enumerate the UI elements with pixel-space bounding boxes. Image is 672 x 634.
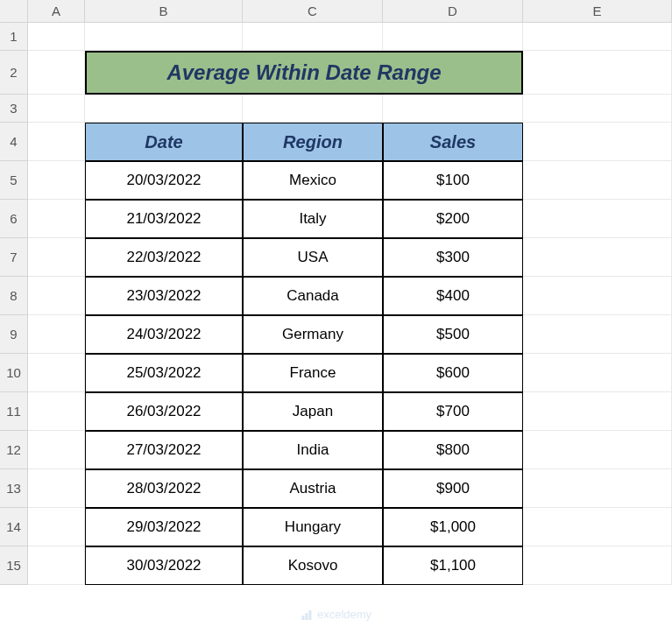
cell-e13[interactable] <box>523 469 672 508</box>
cell-a8[interactable] <box>28 277 85 315</box>
row-header-1[interactable]: 1 <box>0 23 28 51</box>
table-header-region[interactable]: Region <box>243 123 383 161</box>
data-date[interactable]: 20/03/2022 <box>85 161 243 200</box>
data-sales[interactable]: $300 <box>383 238 523 277</box>
cell-a10[interactable] <box>28 354 85 392</box>
row-header-13[interactable]: 13 <box>0 469 28 508</box>
data-sales[interactable]: $1,100 <box>383 546 523 585</box>
data-region[interactable]: Austria <box>243 469 383 508</box>
data-region[interactable]: India <box>243 431 383 469</box>
row-header-12[interactable]: 12 <box>0 431 28 469</box>
cell-b3[interactable] <box>85 95 243 123</box>
cell-e12[interactable] <box>523 431 672 469</box>
data-date[interactable]: 21/03/2022 <box>85 200 243 238</box>
cell-e11[interactable] <box>523 392 672 431</box>
cell-a14[interactable] <box>28 508 85 546</box>
data-region[interactable]: France <box>243 354 383 392</box>
data-date[interactable]: 26/03/2022 <box>85 392 243 431</box>
data-date[interactable]: 27/03/2022 <box>85 431 243 469</box>
cell-d1[interactable] <box>383 23 523 51</box>
data-region[interactable]: Mexico <box>243 161 383 200</box>
cell-a3[interactable] <box>28 95 85 123</box>
cell-e8[interactable] <box>523 277 672 315</box>
cell-a2[interactable] <box>28 51 85 95</box>
cell-e9[interactable] <box>523 315 672 354</box>
data-date[interactable]: 28/03/2022 <box>85 469 243 508</box>
cell-a6[interactable] <box>28 200 85 238</box>
svg-rect-2 <box>308 610 311 620</box>
cell-c3[interactable] <box>243 95 383 123</box>
select-all-corner[interactable] <box>0 0 28 23</box>
row-header-6[interactable]: 6 <box>0 200 28 238</box>
cell-a9[interactable] <box>28 315 85 354</box>
row-header-2[interactable]: 2 <box>0 51 28 95</box>
cell-e1[interactable] <box>523 23 672 51</box>
row-header-7[interactable]: 7 <box>0 238 28 277</box>
cell-a11[interactable] <box>28 392 85 431</box>
cell-e14[interactable] <box>523 508 672 546</box>
row-header-8[interactable]: 8 <box>0 277 28 315</box>
cell-d3[interactable] <box>383 95 523 123</box>
data-sales[interactable]: $600 <box>383 354 523 392</box>
data-sales[interactable]: $700 <box>383 392 523 431</box>
data-date[interactable]: 29/03/2022 <box>85 508 243 546</box>
row-header-11[interactable]: 11 <box>0 392 28 431</box>
cell-e15[interactable] <box>523 546 672 585</box>
svg-rect-1 <box>305 613 308 620</box>
title-cell[interactable]: Average Within Date Range <box>85 51 523 95</box>
col-header-e[interactable]: E <box>523 0 672 23</box>
cell-c1[interactable] <box>243 23 383 51</box>
data-date[interactable]: 22/03/2022 <box>85 238 243 277</box>
data-sales[interactable]: $200 <box>383 200 523 238</box>
data-date[interactable]: 24/03/2022 <box>85 315 243 354</box>
data-date[interactable]: 30/03/2022 <box>85 546 243 585</box>
data-sales[interactable]: $900 <box>383 469 523 508</box>
cell-a15[interactable] <box>28 546 85 585</box>
data-region[interactable]: Hungary <box>243 508 383 546</box>
cell-e3[interactable] <box>523 95 672 123</box>
cell-e4[interactable] <box>523 123 672 161</box>
data-region[interactable]: USA <box>243 238 383 277</box>
cell-e2[interactable] <box>523 51 672 95</box>
col-header-a[interactable]: A <box>28 0 85 23</box>
cell-a4[interactable] <box>28 123 85 161</box>
data-region[interactable]: Japan <box>243 392 383 431</box>
data-region[interactable]: Canada <box>243 277 383 315</box>
table-header-sales[interactable]: Sales <box>383 123 523 161</box>
cell-a5[interactable] <box>28 161 85 200</box>
data-sales[interactable]: $100 <box>383 161 523 200</box>
row-header-14[interactable]: 14 <box>0 508 28 546</box>
cell-e6[interactable] <box>523 200 672 238</box>
col-header-d[interactable]: D <box>383 0 523 23</box>
data-sales[interactable]: $800 <box>383 431 523 469</box>
data-date[interactable]: 25/03/2022 <box>85 354 243 392</box>
watermark: exceldemy <box>301 608 371 621</box>
cell-a1[interactable] <box>28 23 85 51</box>
data-region[interactable]: Germany <box>243 315 383 354</box>
table-header-date[interactable]: Date <box>85 123 243 161</box>
row-header-9[interactable]: 9 <box>0 315 28 354</box>
cell-e7[interactable] <box>523 238 672 277</box>
cell-a12[interactable] <box>28 431 85 469</box>
data-date[interactable]: 23/03/2022 <box>85 277 243 315</box>
col-header-b[interactable]: B <box>85 0 243 23</box>
svg-rect-0 <box>301 616 304 620</box>
row-header-15[interactable]: 15 <box>0 546 28 585</box>
data-region[interactable]: Kosovo <box>243 546 383 585</box>
row-header-3[interactable]: 3 <box>0 95 28 123</box>
cell-b1[interactable] <box>85 23 243 51</box>
data-region[interactable]: Italy <box>243 200 383 238</box>
data-sales[interactable]: $400 <box>383 277 523 315</box>
row-header-10[interactable]: 10 <box>0 354 28 392</box>
col-header-c[interactable]: C <box>243 0 383 23</box>
cell-e10[interactable] <box>523 354 672 392</box>
cell-e5[interactable] <box>523 161 672 200</box>
data-sales[interactable]: $500 <box>383 315 523 354</box>
data-sales[interactable]: $1,000 <box>383 508 523 546</box>
row-header-5[interactable]: 5 <box>0 161 28 200</box>
chart-icon <box>301 609 313 621</box>
watermark-text: exceldemy <box>317 608 371 621</box>
row-header-4[interactable]: 4 <box>0 123 28 161</box>
cell-a7[interactable] <box>28 238 85 277</box>
cell-a13[interactable] <box>28 469 85 508</box>
